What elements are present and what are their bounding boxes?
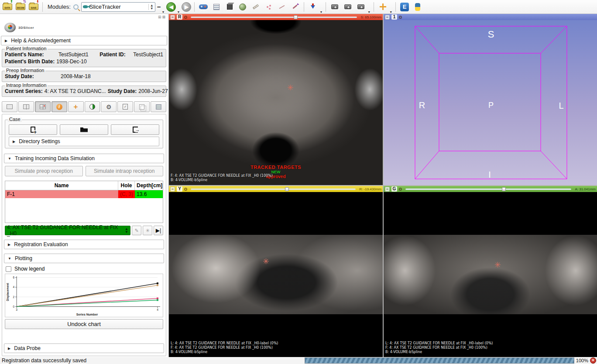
- yellow-pin-icon[interactable]: [184, 188, 187, 191]
- threed-scene[interactable]: S R P L I: [384, 20, 597, 185]
- tab-window-level[interactable]: [85, 101, 100, 112]
- module-selector-combobox[interactable]: SliceTracker ▲▼: [81, 2, 155, 12]
- crosshair-button[interactable]: [377, 1, 388, 13]
- module-back-button[interactable]: ◀: [166, 2, 176, 12]
- module-history-icon[interactable]: −: [157, 3, 161, 10]
- green-collapse-button[interactable]: −: [385, 187, 390, 192]
- tab-layout-sidebyside[interactable]: [18, 101, 34, 112]
- threed-pin-icon[interactable]: [399, 16, 402, 19]
- target-hole-cell[interactable]: (C, 3): [118, 190, 135, 198]
- help-acknowledgement-section[interactable]: ▶ Help & Acknowledgement: [1, 36, 167, 45]
- yellow-slider-groove: [191, 189, 356, 190]
- simulate-preop-button[interactable]: Simulate preop reception: [5, 166, 83, 176]
- red-slider-handle[interactable]: [294, 15, 298, 19]
- retry-registration-button[interactable]: ✳: [143, 226, 152, 235]
- crosshair-chevron-icon[interactable]: ▼: [389, 10, 392, 14]
- target-marker-icon[interactable]: [263, 258, 269, 264]
- scene-view-button[interactable]: [342, 1, 353, 13]
- yellow-collapse-button[interactable]: −: [170, 187, 175, 192]
- python-console-button[interactable]: [412, 1, 423, 13]
- green-slider-handle[interactable]: [502, 187, 506, 191]
- ruler-tool-button[interactable]: [250, 1, 261, 13]
- red-collapse-button[interactable]: −: [170, 15, 175, 20]
- displacement-chart[interactable]: 024634DisplacementSeries Number: [5, 274, 163, 317]
- gamepad-icon: [199, 4, 208, 9]
- fiducials-tool-button[interactable]: [263, 1, 274, 13]
- chevron-right-icon: ▶: [5, 39, 7, 43]
- data-probe-section[interactable]: ▶ Data Probe: [4, 343, 164, 353]
- red-slice-image[interactable]: TRACKED TARGETS NEW approved F: 4: AX TS…: [169, 20, 383, 185]
- green-pin-icon[interactable]: [399, 188, 402, 191]
- open-case-button[interactable]: [60, 124, 108, 135]
- annotation-pen-button[interactable]: [289, 1, 301, 13]
- screenshot-button[interactable]: [329, 1, 340, 13]
- orientation-right-label: R: [419, 100, 425, 110]
- back-history-chevron-icon[interactable]: ▼: [177, 10, 180, 14]
- plotting-section[interactable]: ▼ Plotting: [4, 254, 164, 263]
- exit-case-icon: [133, 127, 138, 133]
- target-row-f1[interactable]: F-1 (C, 3) 13.6: [5, 190, 163, 198]
- red-slice-slider[interactable]: [191, 15, 357, 19]
- module-search-icon[interactable]: [73, 4, 79, 10]
- header-depth[interactable]: Depth[cm]: [135, 181, 163, 190]
- chevron-down-icon[interactable]: ▼: [162, 10, 165, 14]
- tree-list-icon: [213, 4, 220, 10]
- dicom-button[interactable]: DICOM ⇅: [15, 1, 26, 13]
- scene-views-chevron-icon[interactable]: ▼: [367, 10, 371, 14]
- save-button[interactable]: SAVE ⬇: [28, 1, 39, 13]
- line-icon: [279, 5, 285, 9]
- load-data-button[interactable]: DATA ⬆: [2, 1, 13, 13]
- panel-pin-icon[interactable]: ⊞: [158, 15, 161, 20]
- tab-layout-fourup[interactable]: [35, 101, 51, 112]
- close-case-button[interactable]: [111, 124, 159, 135]
- tab-template-grid[interactable]: [151, 101, 166, 112]
- red-view-label: R: [177, 14, 182, 20]
- tab-targets[interactable]: +: [68, 101, 84, 112]
- segment-editor-button[interactable]: [237, 1, 248, 13]
- yellow-slider-handle[interactable]: [285, 187, 289, 191]
- simulate-intraop-button[interactable]: Simulate intraop reception: [86, 166, 164, 176]
- edit-series-button[interactable]: ✎: [132, 226, 141, 235]
- volume-rendering-button[interactable]: [224, 1, 235, 13]
- tab-settings[interactable]: ⚙: [101, 101, 117, 112]
- place-fiducial-button[interactable]: [307, 1, 319, 13]
- panel-undock-icon[interactable]: ⊠: [162, 15, 165, 20]
- undock-chart-button[interactable]: Undock chart: [5, 319, 163, 329]
- extensions-manager-button[interactable]: E: [399, 1, 410, 13]
- threed-collapse-button[interactable]: −: [385, 15, 390, 20]
- show-legend-checkbox[interactable]: [6, 266, 11, 272]
- module-forward-button[interactable]: ▶: [182, 2, 191, 12]
- module-hierarchy-button[interactable]: [211, 1, 222, 13]
- new-case-button[interactable]: [9, 124, 57, 135]
- skip-series-button[interactable]: ▶|: [154, 226, 163, 235]
- green-slice-slider[interactable]: [405, 187, 571, 191]
- yellow-slice-slider[interactable]: [191, 187, 356, 191]
- target-name-cell[interactable]: F-1: [5, 190, 118, 198]
- tab-checklist[interactable]: ✓: [117, 101, 133, 112]
- target-depth-cell[interactable]: 13.6: [135, 190, 163, 198]
- target-marker-icon[interactable]: [288, 85, 293, 90]
- directory-settings-section[interactable]: ▶ Directory Settings: [9, 137, 159, 146]
- tab-zframe[interactable]: [134, 101, 150, 112]
- red-slice-offset: S: 65.100mm: [360, 15, 381, 19]
- viewer-grid: − R S: 65.100mm TRACKED TARGETS N: [169, 14, 597, 357]
- green-slice-image[interactable]: L: 4: AX TSE T2 GUIDANCE FOR NEEDLE at F…: [384, 192, 597, 357]
- tab-layout-red[interactable]: [2, 101, 17, 112]
- plotting-label: Plotting: [15, 255, 32, 261]
- red-pin-icon[interactable]: [184, 16, 187, 19]
- yellow-slice-image[interactable]: L: 4: AX TSE T2 GUIDANCE FOR NEEDLE at F…: [169, 192, 383, 357]
- view-controllers-button[interactable]: [198, 1, 209, 13]
- tab-case-info[interactable]: i: [51, 101, 67, 112]
- cancel-progress-button[interactable]: ✕: [590, 357, 596, 364]
- training-simulation-section[interactable]: ▼ Training Incoming Data Simulation: [4, 154, 164, 163]
- registration-evaluation-section[interactable]: ▶ Registration Evaluation: [4, 240, 164, 249]
- gear-icon: ⚙: [106, 104, 112, 110]
- series-selector-combobox[interactable]: 4: AX TSE T2 GUIDANCE FOR NEEDLE at FIX …: [5, 226, 130, 235]
- target-marker-icon[interactable]: [495, 262, 501, 268]
- place-options-chevron-icon[interactable]: ▼: [319, 10, 323, 14]
- yellow-view-label: Y: [177, 186, 182, 192]
- header-hole[interactable]: Hole: [118, 181, 135, 190]
- line-tool-button[interactable]: [276, 1, 288, 13]
- header-name[interactable]: Name: [5, 181, 118, 190]
- scene-restore-button[interactable]: [355, 1, 367, 13]
